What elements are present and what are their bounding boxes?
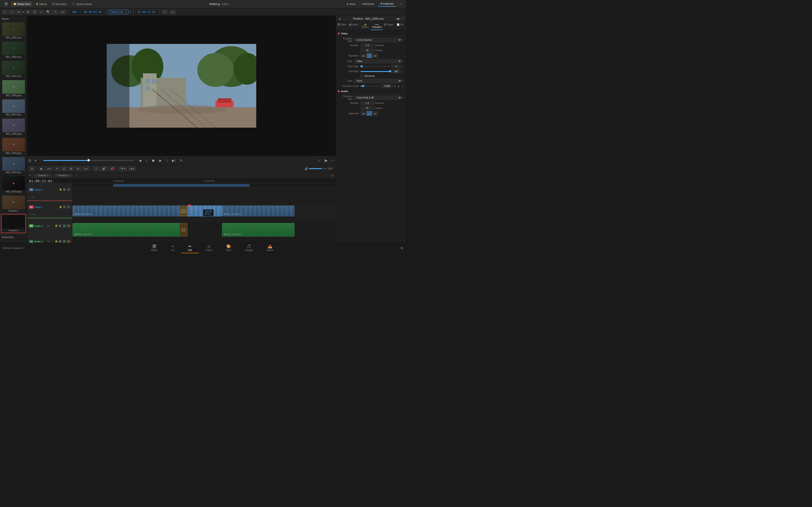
tab1-dropdown[interactable]: ▾ [49,174,50,177]
reverse-checkbox[interactable] [360,75,363,77]
curve-thumb[interactable] [362,85,364,87]
v1-clip-0395[interactable]: 🔗 IMG_0395.mov [72,206,181,216]
media-item-6[interactable]: 🖼 IMG_4180.jpeg [1,137,26,155]
nav-sound-library[interactable]: 🎵 Sound Library [70,2,94,6]
media-item-7[interactable]: 🖼 IMG_4624.heic [1,156,26,174]
bottom-nav-media[interactable]: 🎬 Media [144,243,164,253]
v2-lock[interactable]: 🔒 [59,188,62,191]
timeline-close-btn[interactable]: ✕ [29,174,31,177]
media-item-8[interactable]: 🚗 IMG_8200.jpeg [1,175,26,194]
start-ratio-reset[interactable]: ↺ [401,65,404,68]
playhead[interactable] [189,205,190,217]
inspector-tab-transition[interactable]: ⟺ Transition [371,22,383,30]
v2-camera[interactable]: 📷 [62,188,66,191]
v1-clip-0408[interactable]: 🔗 IMG_0408.mov [222,206,295,216]
next-frame-btn[interactable]: ⟩ [165,158,169,163]
tab2-close[interactable]: ✕ [55,174,57,177]
media-item-9[interactable]: 🎞 Timeline 1 [1,194,26,213]
timeline-tool-slide[interactable]: ⟺ [82,166,90,171]
prev-frame-btn[interactable]: ◀ [138,158,143,163]
inspector-expand[interactable]: ⤢ [401,17,403,20]
a1-lock[interactable]: 🔒 [55,224,58,227]
transition-type-reset[interactable]: ↺ [402,38,404,42]
start-ratio-input[interactable] [392,64,401,68]
play-btn[interactable]: ▶ [158,158,163,163]
a1-m[interactable]: M [67,224,70,227]
timeline-tool-ripple[interactable]: ⊛ [75,166,81,171]
nav-inspector[interactable]: ⚙ Inspector [378,1,396,7]
audio-transition-reset[interactable]: ↺ [402,96,404,99]
inspector-tab-image[interactable]: 🖼 Image [383,22,394,30]
a2-s[interactable]: S [62,240,66,243]
jump-end-btn[interactable]: ▶| [170,158,177,163]
duration-frames-input[interactable] [360,48,374,52]
timeline-tool-link[interactable]: 🔗 [100,166,107,171]
curve-nav-next[interactable]: ▶ [397,84,401,88]
overview-range[interactable] [113,184,250,187]
timeline-name[interactable]: Timeline 1 [108,10,129,14]
media-item-4[interactable]: 🖼 IMG_0997.heic [1,99,26,117]
bottom-nav-color[interactable]: 🎨 Color [219,243,238,253]
settings-icon[interactable]: ⚙ [400,246,403,250]
media-item-0[interactable]: 🎵 IMG_0406.mov [1,21,26,40]
inspector-tab-effects[interactable]: ✨ Effects [359,22,371,30]
audio-align-center-btn[interactable]: ◈ [367,111,372,116]
audio-align-left-btn[interactable]: |◀ [360,111,366,116]
volume-slider[interactable] [309,168,327,169]
timeline-tool-layout[interactable]: ⊟ [29,166,35,171]
a1-camera[interactable]: 📷 [58,224,62,227]
nav-expand[interactable]: ⤢ [398,2,404,6]
duration-seconds-input[interactable] [360,44,374,47]
timeline-dropdown[interactable]: ▾ [130,10,131,13]
bottom-nav-edit[interactable]: ✏ Edit [181,243,199,253]
preview-scrubber[interactable] [43,160,134,161]
zoom-level[interactable]: 80% [70,10,80,14]
align-right-btn[interactable]: ▶| [373,53,378,58]
toolbar-search[interactable]: 🔍 [45,9,52,14]
preview-view-dropdown[interactable]: ▾ [34,158,38,163]
inspector-tab-video[interactable]: 🎬 Video [336,22,348,30]
start-ratio-thumb[interactable] [360,65,363,67]
nav-effects[interactable]: ✨ Effects [33,2,49,6]
inspector-tab-audio[interactable]: 🔊 Audio [348,22,359,30]
toolbar-view-mode1[interactable]: ⊞ [25,9,31,14]
a2-camera[interactable]: 📷 [58,240,62,243]
nav-media-pool[interactable]: 📁 Media Pool [11,2,32,6]
timeline-tool-snap[interactable]: 📌 [108,166,115,171]
timeline-tool-curve[interactable]: ⤷ [93,166,99,171]
back-frame-btn[interactable]: ⟨ [145,158,148,163]
a1-s[interactable]: S [62,224,66,227]
inspector-tab-file[interactable]: 📄 File [394,22,406,30]
timeline-tab-add[interactable]: + [74,173,79,178]
preview-view-toggle[interactable]: ⊡ [27,158,33,163]
toolbar-zoom[interactable]: ⤡ [53,9,59,14]
a1-clip-0408[interactable]: 🔗 IMG_0408.mov [222,223,295,236]
v1-camera[interactable]: 📷 [62,206,66,209]
toolbar-view-mode3[interactable]: ≡ [39,9,44,14]
inspector-nav-arrows[interactable]: ◀▶ [396,17,400,20]
bottom-nav-deliver[interactable]: 📤 Deliver [260,243,281,253]
transition-type-select[interactable]: Cross Dissolve [354,38,401,42]
a2-m[interactable]: M [67,240,70,243]
align-left-btn[interactable]: |◀ [360,53,366,58]
preview-fullscreen[interactable]: ⤢ [316,158,322,163]
media-item-5[interactable]: 🖼 IMG_1938.jpeg [1,118,26,136]
ease-reset[interactable]: ↺ [402,79,404,83]
toolbar-options[interactable]: ••• [59,9,66,14]
a2-lock[interactable]: 🔒 [55,240,58,243]
toolbar-redo[interactable]: ↪ [9,9,15,14]
loop-btn[interactable]: ↻ [179,158,184,163]
end-ratio-input[interactable] [392,69,401,73]
preview-menu[interactable]: ⋯ [330,158,336,163]
toolbar-undo[interactable]: ↩ [2,9,8,14]
transition-cross-dissolve[interactable]: CrossDissolve [180,206,188,216]
curve-reset[interactable]: ↺ [401,84,404,88]
v1-lock[interactable]: 🔒 [59,206,62,209]
timeline-marker-dropdown[interactable]: ◈ ▾ [128,166,136,171]
media-item-2[interactable]: 🎵 IMG_0764.mov [1,60,26,78]
curve-nav-prev[interactable]: ◀ [393,84,397,88]
stop-btn[interactable]: ⏹ [150,158,156,163]
v1-film[interactable]: 🎞 [67,206,70,209]
ease-select[interactable]: None [354,79,401,83]
curve-input[interactable] [382,84,393,88]
